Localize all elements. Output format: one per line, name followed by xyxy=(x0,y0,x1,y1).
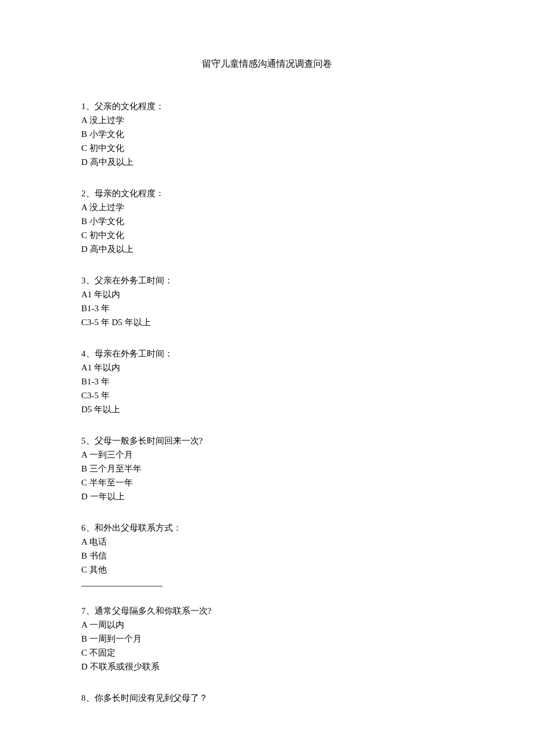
question-7: 7、通常父母隔多久和你联系一次? A 一周以内 B 一周到一个月 C 不固定 D… xyxy=(81,604,453,674)
option-d: D 不联系或很少联系 xyxy=(81,660,453,674)
option-b: B 书信 xyxy=(81,549,453,563)
question-5: 5、父母一般多长时间回来一次? A 一到三个月 B 三个月至半年 C 半年至一年… xyxy=(81,434,453,503)
question-8: 8、你多长时间没有见到父母了？ xyxy=(81,691,453,705)
question-1: 1、父亲的文化程度： A 没上过学 B 小学文化 C 初中文化 D 高中及以上 xyxy=(81,99,453,169)
option-a: A 没上过学 xyxy=(81,113,453,127)
option-d: D 高中及以上 xyxy=(81,242,453,256)
question-text: 2、母亲的文化程度： xyxy=(81,186,453,200)
question-text: 1、父亲的文化程度： xyxy=(81,99,453,113)
option-c: C 初中文化 xyxy=(81,141,453,155)
question-3: 3、父亲在外务工时间： A1 年以内 B1-3 年 C3-5 年 D5 年以上 xyxy=(81,273,453,329)
question-4: 4、母亲在外务工时间： A1 年以内 B1-3 年 C3-5 年 D5 年以上 xyxy=(81,347,453,416)
question-text: 6、和外出父母联系方式： xyxy=(81,521,453,535)
document-page: 留守儿童情感沟通情况调查问卷 1、父亲的文化程度： A 没上过学 B 小学文化 … xyxy=(0,0,534,756)
option-a: A1 年以内 xyxy=(81,287,453,301)
option-b: B 一周到一个月 xyxy=(81,632,453,646)
option-c: C 初中文化 xyxy=(81,228,453,242)
option-a: A 电话 xyxy=(81,535,453,549)
option-a: A1 年以内 xyxy=(81,361,453,375)
option-a: A 一到三个月 xyxy=(81,448,453,462)
option-b: B1-3 年 xyxy=(81,301,453,315)
fill-in-line xyxy=(81,578,163,586)
option-c: C 半年至一年 xyxy=(81,476,453,489)
question-text: 7、通常父母隔多久和你联系一次? xyxy=(81,604,453,618)
option-d: D 高中及以上 xyxy=(81,155,453,169)
option-b: B 小学文化 xyxy=(81,127,453,141)
option-d: D5 年以上 xyxy=(81,402,453,416)
option-b: B 三个月至半年 xyxy=(81,462,453,476)
option-b: B 小学文化 xyxy=(81,214,453,228)
option-a: A 没上过学 xyxy=(81,200,453,214)
option-a: A 一周以内 xyxy=(81,618,453,632)
question-text: 4、母亲在外务工时间： xyxy=(81,347,453,361)
option-b: B1-3 年 xyxy=(81,375,453,388)
option-c: C3-5 年 D5 年以上 xyxy=(81,315,453,329)
option-c: C 不固定 xyxy=(81,646,453,660)
option-c: C 其他 xyxy=(81,563,453,577)
question-2: 2、母亲的文化程度： A 没上过学 B 小学文化 C 初中文化 D 高中及以上 xyxy=(81,186,453,256)
question-text: 5、父母一般多长时间回来一次? xyxy=(81,434,453,448)
option-d: D 一年以上 xyxy=(81,489,453,503)
option-c: C3-5 年 xyxy=(81,388,453,402)
question-6: 6、和外出父母联系方式： A 电话 B 书信 C 其他 xyxy=(81,521,453,586)
question-text: 8、你多长时间没有见到父母了？ xyxy=(81,691,453,705)
document-title: 留守儿童情感沟通情况调查问卷 xyxy=(81,58,453,70)
question-text: 3、父亲在外务工时间： xyxy=(81,273,453,287)
